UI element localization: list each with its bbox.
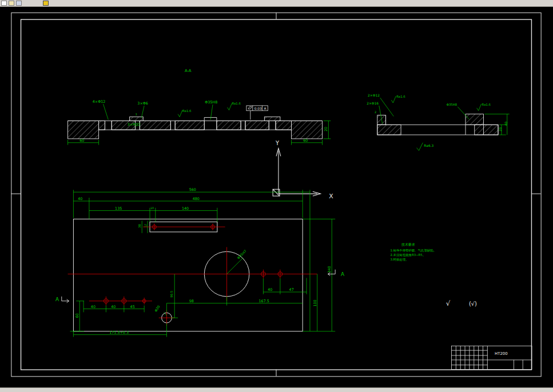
plan-dim-lines: [70, 190, 336, 337]
dim-60-left-v: 60: [75, 313, 79, 318]
ucs-y-label: Y: [275, 140, 280, 146]
dim-38: 38: [138, 224, 141, 228]
sheet-border: [11, 13, 541, 377]
ucs-icon: Y X: [273, 140, 333, 200]
roughness-ra16-c: Ra1.6: [396, 95, 405, 98]
surface-finish-marks: √ (√): [446, 299, 477, 307]
section-right-dim-text: 2×Φ12 2×Φ16 Φ35H8 Ra1.6 Ra1.6 Ra6.3 20 4…: [367, 94, 508, 147]
dim-3xm12: 3×M12: [128, 122, 141, 127]
dim-4xd12: 4×Φ12: [93, 99, 106, 104]
dim-12: 12: [144, 224, 147, 227]
dim-480: 480: [193, 197, 200, 201]
section-right-hatch: [377, 114, 498, 135]
dim-98: 98: [189, 299, 194, 303]
open-folder-icon[interactable]: [9, 1, 14, 6]
save-icon[interactable]: [16, 1, 22, 6]
note-3: 3.时效处理。: [390, 258, 408, 262]
dim-40-bl1: 40: [91, 305, 96, 309]
roughness-ra16-d: Ra1.6: [482, 103, 491, 106]
dim-40-top: 40: [78, 197, 82, 201]
notes-title: 技术要求: [401, 243, 415, 247]
dim-90-5: 90.5: [170, 291, 173, 298]
flatness-symbol-icon: [248, 107, 252, 109]
dim-135: 135: [115, 206, 122, 211]
dim-171-5: 171.5+0.3: [109, 330, 129, 335]
cad-drawing: A-A: [0, 7, 553, 387]
roughness-ra63: Ra6.3: [424, 144, 433, 147]
tolerance-value: 0.03: [254, 107, 262, 110]
plan-view: 560 40 480 135 10 140 38 12 Φ35H7 40 47 …: [55, 187, 344, 337]
section-aa-view: A-A: [68, 69, 331, 145]
dim-560: 560: [189, 187, 196, 192]
section-arrows: [62, 270, 335, 303]
material-label: HT200: [495, 351, 507, 356]
dim-d20: Φ20: [154, 305, 160, 313]
toolbar: [0, 0, 553, 7]
dim-20-rs: 20: [499, 127, 502, 131]
section-letter-left: A: [55, 297, 59, 302]
dim-40-right: 40: [268, 287, 272, 292]
dim-47: 47: [289, 287, 294, 292]
dim-45: 45: [130, 305, 135, 309]
dim-10: 10: [150, 206, 154, 210]
plan-dim-text: 560 40 480 135 10 140 38 12 Φ35H7 40 47 …: [55, 187, 344, 335]
status-strip: [0, 387, 553, 392]
drawing-canvas[interactable]: A-A: [0, 7, 553, 387]
title-block: HT200: [451, 346, 531, 369]
dim-167-5: 167.5: [259, 299, 269, 303]
tolerance-datum: A: [264, 107, 266, 110]
dim-60-left: 60: [79, 138, 84, 143]
roughness-ra16-a: Ra1.6: [182, 109, 192, 113]
dim-2xd12: 2×Φ12: [368, 94, 380, 97]
technical-notes: 技术要求 1.铸件不得有砂眼、气孔等缺陷。 2.未注铸造圆角R3~R5。 3.时…: [390, 243, 436, 262]
app-icon[interactable]: [43, 1, 49, 6]
cad-application-window: A-A: [0, 0, 553, 392]
section-aa-hatch: [68, 117, 323, 139]
section-aa-title: A-A: [185, 69, 192, 73]
dim-2-rs: 2: [375, 110, 376, 114]
note-2: 2.未注铸造圆角R3~R5。: [390, 253, 425, 257]
dim-2xd16: 2×Φ16: [367, 102, 379, 105]
plan-centerlines: [68, 223, 317, 326]
dim-small3: 3: [135, 113, 137, 116]
dim-d35-right: Φ35H8: [447, 103, 457, 106]
section-letter-right: A: [341, 271, 344, 277]
dim-60-right: 60: [303, 138, 308, 143]
dim-40-bl2: 40: [111, 305, 116, 309]
roughness-ra16-b: Ra1.6: [232, 102, 241, 105]
dim-100: 100: [313, 299, 317, 306]
dim-3xd6: 3×Φ6: [137, 101, 148, 106]
plan-outline: [73, 219, 303, 331]
new-file-icon[interactable]: [1, 1, 7, 6]
finish-check-icon: √: [446, 299, 451, 307]
section-right-view: 2×Φ12 2×Φ16 Φ35H8 Ra1.6 Ra1.6 Ra6.3 20 4…: [367, 94, 510, 150]
ucs-x-label: X: [329, 193, 333, 200]
dim-20-right: 20: [324, 127, 328, 131]
dim-d35h8: Φ35H8: [205, 100, 217, 105]
dim-40-rs: 40: [504, 122, 508, 126]
note-1: 1.铸件不得有砂眼、气孔等缺陷。: [390, 249, 436, 253]
dim-140: 140: [182, 206, 189, 211]
dim-340: 340: [327, 266, 332, 273]
finish-bracket-icon: (√): [469, 301, 477, 307]
